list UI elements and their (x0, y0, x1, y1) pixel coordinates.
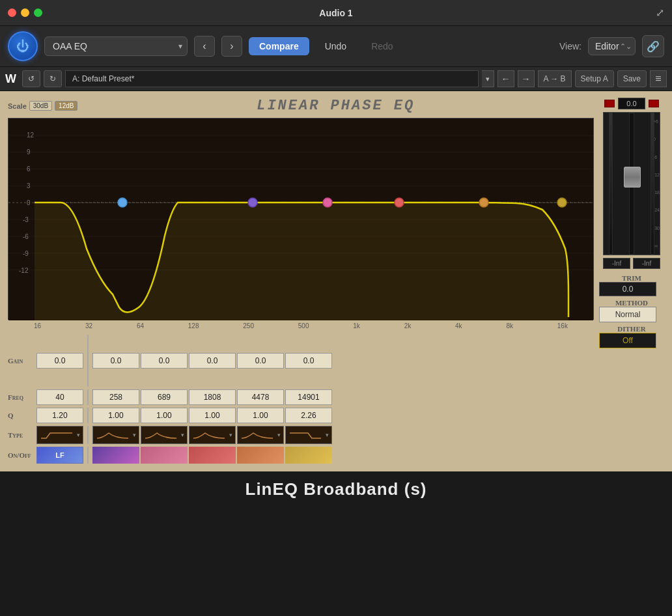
type-band3[interactable]: ▾ (141, 426, 188, 444)
undo-button[interactable]: Undo (316, 37, 356, 55)
preset-dropdown[interactable]: OAA EQ (44, 36, 188, 56)
meter-bottom-row: -Inf -Inf (603, 258, 660, 269)
scale-row: Scale 30dB 12dB (8, 101, 77, 111)
onoff-band5[interactable] (237, 447, 284, 464)
freq-band6[interactable] (285, 389, 332, 405)
compare-button[interactable]: Compare (249, 37, 309, 55)
svg-text:-9: -9 (23, 250, 29, 257)
preset-redo-button[interactable]: ↻ (44, 70, 62, 87)
gain-band2[interactable] (92, 353, 139, 369)
gain-band1[interactable] (36, 353, 83, 369)
q-band5[interactable] (237, 408, 284, 423)
eq-node-b4[interactable] (395, 198, 404, 207)
q-label: Q (8, 412, 35, 419)
onoff-band6[interactable] (285, 447, 332, 464)
right-fader-track (651, 113, 654, 255)
scale-12db-button[interactable]: 12dB (55, 101, 77, 111)
q-band3[interactable] (141, 408, 188, 423)
type-icon-b4 (192, 429, 225, 441)
minimize-button[interactable] (21, 8, 29, 17)
ab-compare-button[interactable]: A → B (538, 70, 572, 87)
meter-value-display: 0.0 (618, 98, 645, 109)
maximize-button[interactable] (34, 8, 42, 17)
eq-node-b5[interactable] (479, 198, 488, 207)
setup-a-button[interactable]: Setup A (575, 70, 614, 87)
q-band6[interactable] (285, 408, 332, 423)
left-fader-track (609, 113, 613, 255)
svg-text:6: 6 (27, 165, 31, 173)
onoff-band3[interactable] (141, 447, 188, 464)
view-select[interactable]: Editor (588, 37, 636, 55)
type-band5[interactable]: ▾ (237, 426, 284, 444)
method-button[interactable]: Normal (599, 307, 656, 322)
onoff-row: On/Off LF (8, 447, 594, 464)
restore-button[interactable]: ⤢ (656, 7, 664, 19)
onoff-band4[interactable] (189, 447, 236, 464)
method-section: METHOD Normal (599, 299, 664, 322)
type-band2[interactable]: ▾ (92, 426, 139, 444)
eq-left-panel: Scale 30dB 12dB LINEAR PHASE EQ (8, 98, 594, 466)
redo-button[interactable]: Redo (362, 37, 402, 55)
window-title: Audio 1 (319, 8, 352, 18)
preset-prev-button[interactable]: ← (497, 70, 514, 87)
preset-dropdown-arrow[interactable]: ▾ (482, 70, 494, 87)
divider-gain (87, 335, 89, 387)
freq-band3[interactable] (141, 389, 188, 405)
svg-text:12: 12 (27, 132, 35, 139)
onoff-band2[interactable] (92, 447, 139, 464)
q-band2[interactable] (92, 408, 139, 423)
eq-node-b2[interactable] (248, 198, 257, 207)
power-icon: ⏻ (16, 39, 29, 54)
gain-band6[interactable] (285, 353, 332, 369)
type-band4[interactable]: ▾ (189, 426, 236, 444)
svg-text:-12: -12 (19, 267, 29, 274)
fader-container[interactable]: +6 0 -6 -12 -18 -24 -30 -∞ (603, 112, 660, 255)
gain-band3[interactable] (141, 353, 188, 369)
type-arrow-icon-4: ▾ (229, 432, 232, 438)
eq-node-b6[interactable] (557, 198, 567, 207)
divider-freq (87, 389, 89, 405)
nav-forward-button[interactable]: › (221, 36, 242, 57)
power-button[interactable]: ⏻ (8, 31, 38, 61)
svg-text:-3: -3 (23, 216, 29, 223)
save-preset-button[interactable]: Save (617, 70, 647, 87)
preset-next-button[interactable]: → (518, 70, 535, 87)
eq-graph[interactable]: 12 9 6 3 0 -3 -6 -9 -12 (8, 118, 594, 320)
nav-back-button[interactable]: ‹ (194, 36, 215, 57)
freq-band2[interactable] (92, 389, 139, 405)
q-band4[interactable] (189, 408, 236, 423)
freq-band1[interactable] (36, 389, 83, 405)
dither-section: DITHER Off (599, 325, 664, 348)
type-band6[interactable]: ▾ (285, 426, 332, 444)
gain-row: Gain (8, 335, 594, 387)
eq-right-panel: 0.0 +6 0 -6 -12 (599, 98, 664, 466)
preset-undo-button[interactable]: ↺ (22, 70, 40, 87)
preset-container: OAA EQ ▾ (44, 36, 188, 56)
gain-band5[interactable] (237, 353, 284, 369)
fader-knob[interactable] (624, 167, 641, 188)
q-band1[interactable] (36, 408, 83, 423)
eq-node-b3[interactable] (323, 198, 332, 207)
link-button[interactable]: 🔗 (642, 35, 664, 57)
trim-value-display[interactable]: 0.0 (599, 282, 656, 296)
freq-label-16k: 16k (557, 322, 568, 329)
eq-node-lf[interactable] (118, 198, 127, 207)
freq-band5[interactable] (237, 389, 284, 405)
title-bar-right: ⤢ (656, 7, 664, 19)
onoff-band1[interactable]: LF (36, 447, 83, 464)
type-band1[interactable]: ▾ (36, 426, 83, 444)
type-arrow-icon-2: ▾ (133, 432, 136, 438)
close-button[interactable] (8, 8, 16, 17)
dither-button[interactable]: Off (599, 333, 656, 348)
scale-30db-button[interactable]: 30dB (29, 101, 52, 111)
meter-db-value: 0.0 (626, 100, 636, 107)
gain-band4[interactable] (189, 353, 236, 369)
freq-row: Freq (8, 389, 594, 405)
preset-menu-button[interactable]: ≡ (650, 70, 667, 87)
title-bar: Audio 1 ⤢ (0, 0, 672, 26)
freq-band4[interactable] (189, 389, 236, 405)
meter-left-label: -Inf (603, 258, 630, 269)
fader-groove (629, 113, 634, 255)
scale-label: Scale (8, 102, 27, 110)
bottom-title: LinEQ Broadband (s) (0, 471, 672, 507)
